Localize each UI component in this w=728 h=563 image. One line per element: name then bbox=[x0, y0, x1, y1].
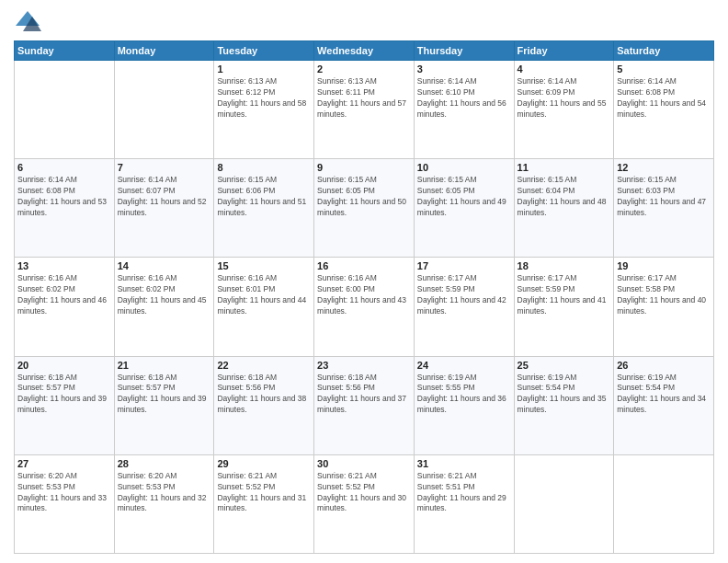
calendar-cell: 8Sunrise: 6:15 AM Sunset: 6:06 PM Daylig… bbox=[214, 159, 314, 258]
calendar-cell: 1Sunrise: 6:13 AM Sunset: 6:12 PM Daylig… bbox=[214, 61, 314, 159]
col-header-monday: Monday bbox=[114, 41, 214, 61]
calendar-cell: 29Sunrise: 6:21 AM Sunset: 5:52 PM Dayli… bbox=[214, 454, 314, 553]
day-info: Sunrise: 6:18 AM Sunset: 5:57 PM Dayligh… bbox=[17, 373, 111, 417]
calendar-cell: 13Sunrise: 6:16 AM Sunset: 6:02 PM Dayli… bbox=[15, 258, 115, 356]
day-number: 31 bbox=[417, 458, 511, 469]
calendar-table: SundayMondayTuesdayWednesdayThursdayFrid… bbox=[14, 40, 714, 554]
calendar-cell: 5Sunrise: 6:14 AM Sunset: 6:08 PM Daylig… bbox=[614, 61, 714, 159]
day-number: 18 bbox=[518, 260, 611, 271]
day-info: Sunrise: 6:15 AM Sunset: 6:06 PM Dayligh… bbox=[217, 175, 311, 219]
calendar-cell: 17Sunrise: 6:17 AM Sunset: 5:59 PM Dayli… bbox=[414, 258, 514, 356]
day-info: Sunrise: 6:14 AM Sunset: 6:08 PM Dayligh… bbox=[617, 76, 711, 121]
calendar-cell: 24Sunrise: 6:19 AM Sunset: 5:55 PM Dayli… bbox=[414, 356, 514, 454]
calendar-cell: 15Sunrise: 6:16 AM Sunset: 6:01 PM Dayli… bbox=[214, 258, 314, 356]
logo-icon bbox=[14, 9, 41, 35]
calendar-week-1: 1Sunrise: 6:13 AM Sunset: 6:12 PM Daylig… bbox=[15, 61, 714, 159]
day-number: 4 bbox=[518, 63, 611, 75]
day-info: Sunrise: 6:21 AM Sunset: 5:52 PM Dayligh… bbox=[317, 471, 411, 515]
calendar-cell: 10Sunrise: 6:15 AM Sunset: 6:05 PM Dayli… bbox=[414, 159, 514, 258]
calendar-cell bbox=[514, 454, 614, 553]
day-number: 3 bbox=[417, 63, 511, 75]
header bbox=[14, 9, 714, 35]
day-number: 11 bbox=[518, 162, 611, 173]
calendar-cell: 2Sunrise: 6:13 AM Sunset: 6:11 PM Daylig… bbox=[314, 61, 415, 159]
day-number: 22 bbox=[217, 360, 311, 371]
day-info: Sunrise: 6:19 AM Sunset: 5:54 PM Dayligh… bbox=[518, 373, 611, 417]
day-number: 8 bbox=[217, 162, 311, 173]
day-number: 10 bbox=[417, 162, 511, 173]
col-header-friday: Friday bbox=[514, 41, 614, 61]
day-info: Sunrise: 6:15 AM Sunset: 6:03 PM Dayligh… bbox=[617, 175, 711, 219]
day-info: Sunrise: 6:18 AM Sunset: 5:56 PM Dayligh… bbox=[217, 373, 311, 417]
day-number: 2 bbox=[317, 63, 411, 75]
page: SundayMondayTuesdayWednesdayThursdayFrid… bbox=[0, 0, 728, 563]
day-number: 20 bbox=[17, 360, 111, 371]
day-number: 1 bbox=[217, 63, 311, 75]
day-info: Sunrise: 6:15 AM Sunset: 6:05 PM Dayligh… bbox=[417, 175, 511, 219]
day-info: Sunrise: 6:14 AM Sunset: 6:09 PM Dayligh… bbox=[518, 76, 611, 121]
logo bbox=[14, 9, 43, 35]
col-header-wednesday: Wednesday bbox=[314, 41, 415, 61]
day-number: 17 bbox=[417, 260, 511, 271]
calendar-cell: 3Sunrise: 6:14 AM Sunset: 6:10 PM Daylig… bbox=[414, 61, 514, 159]
day-info: Sunrise: 6:16 AM Sunset: 6:01 PM Dayligh… bbox=[217, 273, 311, 317]
day-number: 6 bbox=[17, 162, 111, 173]
day-info: Sunrise: 6:17 AM Sunset: 5:58 PM Dayligh… bbox=[617, 273, 711, 317]
calendar-cell: 19Sunrise: 6:17 AM Sunset: 5:58 PM Dayli… bbox=[614, 258, 714, 356]
calendar-cell: 26Sunrise: 6:19 AM Sunset: 5:54 PM Dayli… bbox=[614, 356, 714, 454]
day-number: 13 bbox=[17, 260, 111, 271]
day-info: Sunrise: 6:13 AM Sunset: 6:11 PM Dayligh… bbox=[317, 76, 411, 121]
calendar-cell: 20Sunrise: 6:18 AM Sunset: 5:57 PM Dayli… bbox=[15, 356, 115, 454]
calendar-cell bbox=[114, 61, 214, 159]
calendar-week-3: 13Sunrise: 6:16 AM Sunset: 6:02 PM Dayli… bbox=[15, 258, 714, 356]
calendar-cell: 12Sunrise: 6:15 AM Sunset: 6:03 PM Dayli… bbox=[614, 159, 714, 258]
calendar-cell: 6Sunrise: 6:14 AM Sunset: 6:08 PM Daylig… bbox=[15, 159, 115, 258]
day-number: 5 bbox=[617, 63, 711, 75]
calendar-cell: 30Sunrise: 6:21 AM Sunset: 5:52 PM Dayli… bbox=[314, 454, 415, 553]
calendar-cell: 22Sunrise: 6:18 AM Sunset: 5:56 PM Dayli… bbox=[214, 356, 314, 454]
day-number: 9 bbox=[317, 162, 411, 173]
day-info: Sunrise: 6:14 AM Sunset: 6:07 PM Dayligh… bbox=[118, 175, 211, 219]
day-number: 29 bbox=[217, 458, 311, 469]
day-number: 16 bbox=[317, 260, 411, 271]
day-number: 12 bbox=[617, 162, 711, 173]
day-number: 30 bbox=[317, 458, 411, 469]
calendar-cell: 7Sunrise: 6:14 AM Sunset: 6:07 PM Daylig… bbox=[114, 159, 214, 258]
col-header-saturday: Saturday bbox=[614, 41, 714, 61]
calendar-week-4: 20Sunrise: 6:18 AM Sunset: 5:57 PM Dayli… bbox=[15, 356, 714, 454]
day-info: Sunrise: 6:15 AM Sunset: 6:05 PM Dayligh… bbox=[317, 175, 411, 219]
calendar-cell bbox=[15, 61, 115, 159]
day-info: Sunrise: 6:18 AM Sunset: 5:57 PM Dayligh… bbox=[118, 373, 211, 417]
day-info: Sunrise: 6:13 AM Sunset: 6:12 PM Dayligh… bbox=[217, 76, 311, 121]
calendar-cell: 23Sunrise: 6:18 AM Sunset: 5:56 PM Dayli… bbox=[314, 356, 415, 454]
col-header-tuesday: Tuesday bbox=[214, 41, 314, 61]
day-info: Sunrise: 6:20 AM Sunset: 5:53 PM Dayligh… bbox=[17, 471, 111, 515]
day-number: 21 bbox=[118, 360, 211, 371]
day-info: Sunrise: 6:19 AM Sunset: 5:54 PM Dayligh… bbox=[617, 373, 711, 417]
calendar-cell: 31Sunrise: 6:21 AM Sunset: 5:51 PM Dayli… bbox=[414, 454, 514, 553]
day-info: Sunrise: 6:17 AM Sunset: 5:59 PM Dayligh… bbox=[417, 273, 511, 317]
day-info: Sunrise: 6:14 AM Sunset: 6:08 PM Dayligh… bbox=[17, 175, 111, 219]
day-info: Sunrise: 6:18 AM Sunset: 5:56 PM Dayligh… bbox=[317, 373, 411, 417]
calendar-week-2: 6Sunrise: 6:14 AM Sunset: 6:08 PM Daylig… bbox=[15, 159, 714, 258]
day-info: Sunrise: 6:16 AM Sunset: 6:02 PM Dayligh… bbox=[118, 273, 211, 317]
day-info: Sunrise: 6:16 AM Sunset: 6:02 PM Dayligh… bbox=[17, 273, 111, 317]
calendar-cell: 18Sunrise: 6:17 AM Sunset: 5:59 PM Dayli… bbox=[514, 258, 614, 356]
day-info: Sunrise: 6:17 AM Sunset: 5:59 PM Dayligh… bbox=[518, 273, 611, 317]
calendar-cell: 4Sunrise: 6:14 AM Sunset: 6:09 PM Daylig… bbox=[514, 61, 614, 159]
day-number: 26 bbox=[617, 360, 711, 371]
day-number: 24 bbox=[417, 360, 511, 371]
calendar-cell: 25Sunrise: 6:19 AM Sunset: 5:54 PM Dayli… bbox=[514, 356, 614, 454]
calendar-cell: 11Sunrise: 6:15 AM Sunset: 6:04 PM Dayli… bbox=[514, 159, 614, 258]
day-info: Sunrise: 6:15 AM Sunset: 6:04 PM Dayligh… bbox=[518, 175, 611, 219]
day-number: 23 bbox=[317, 360, 411, 371]
day-info: Sunrise: 6:20 AM Sunset: 5:53 PM Dayligh… bbox=[118, 471, 211, 515]
calendar-cell: 21Sunrise: 6:18 AM Sunset: 5:57 PM Dayli… bbox=[114, 356, 214, 454]
calendar-cell: 28Sunrise: 6:20 AM Sunset: 5:53 PM Dayli… bbox=[114, 454, 214, 553]
day-number: 27 bbox=[17, 458, 111, 469]
calendar-cell: 14Sunrise: 6:16 AM Sunset: 6:02 PM Dayli… bbox=[114, 258, 214, 356]
day-number: 15 bbox=[217, 260, 311, 271]
calendar-cell bbox=[614, 454, 714, 553]
day-number: 19 bbox=[617, 260, 711, 271]
day-info: Sunrise: 6:14 AM Sunset: 6:10 PM Dayligh… bbox=[417, 76, 511, 121]
